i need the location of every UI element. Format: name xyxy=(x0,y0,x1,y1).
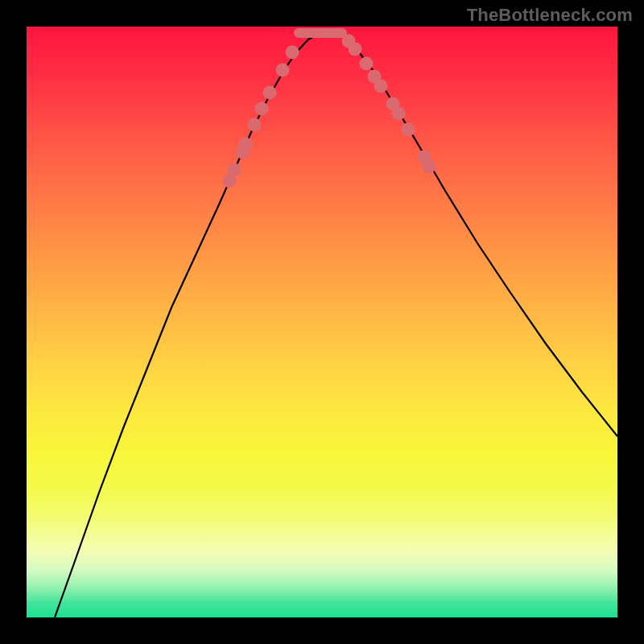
watermark-text: TheBottleneck.com xyxy=(467,5,633,26)
data-point-marker xyxy=(402,123,415,137)
chart-frame: TheBottleneck.com xyxy=(0,0,644,644)
data-point-marker xyxy=(248,118,262,132)
curve-svg xyxy=(27,27,617,617)
data-point-marker xyxy=(255,102,269,116)
left-dot-cluster xyxy=(223,46,299,188)
data-point-marker xyxy=(349,43,362,56)
data-point-marker xyxy=(276,64,290,77)
data-point-marker xyxy=(360,57,374,71)
data-point-marker xyxy=(228,163,242,177)
data-point-marker xyxy=(374,80,388,93)
data-point-marker xyxy=(392,107,406,121)
bottleneck-curve xyxy=(55,33,617,617)
data-point-marker xyxy=(286,46,299,60)
data-point-marker xyxy=(263,86,277,100)
data-point-marker xyxy=(239,138,253,151)
plot-area xyxy=(27,27,617,617)
data-point-marker xyxy=(423,160,436,174)
right-dot-cluster xyxy=(342,35,436,174)
